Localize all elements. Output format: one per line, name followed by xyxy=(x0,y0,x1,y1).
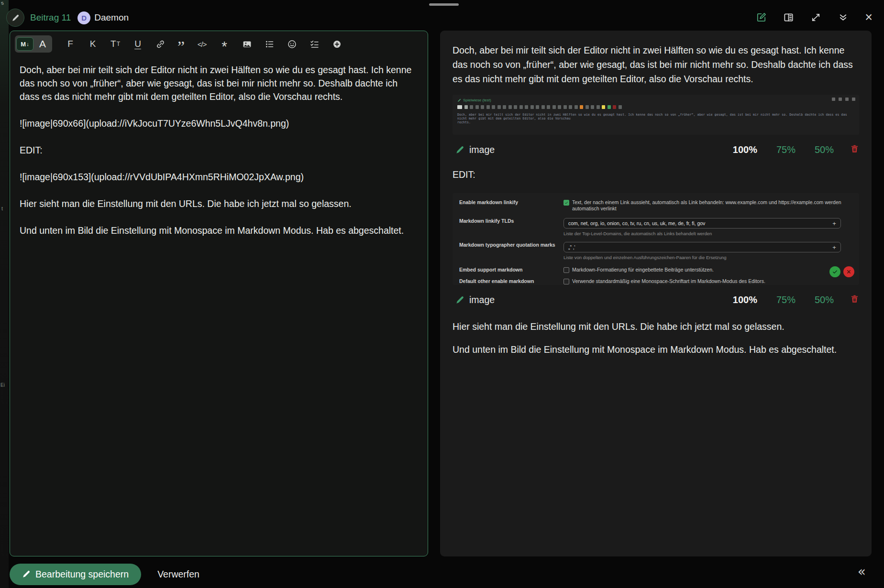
setting-description: Verwende standardmäßig eine Monospace-Sc… xyxy=(572,278,765,284)
confirm-check-icon xyxy=(829,266,840,277)
rich-text-mode-button[interactable]: A xyxy=(34,37,51,51)
background-page-sliver: s t Ei xyxy=(0,0,9,588)
editor-paragraph: Und unten im Bild die Einstellung mit Mo… xyxy=(20,224,418,237)
composer-header-actions: × xyxy=(755,11,873,24)
composer-footer: Bearbeitung speichern Verwerfen « xyxy=(10,562,874,586)
post-edit-composer: s t Ei Beitrag 11 D Daemon × xyxy=(0,0,884,588)
edit-image-caption-button[interactable]: image xyxy=(453,144,497,156)
background-text-fragment: s xyxy=(0,0,4,6)
discard-button[interactable]: Verwerfen xyxy=(155,568,202,580)
composer-drag-handle[interactable] xyxy=(429,3,459,6)
edit-image-caption-button[interactable]: image xyxy=(453,294,497,306)
setting-label: Embed support markdown xyxy=(459,267,558,273)
plus-icon: + xyxy=(832,220,836,227)
checkbox-unchecked-icon xyxy=(564,267,569,273)
scale-100-button[interactable]: 100% xyxy=(730,144,760,156)
blockquote-icon[interactable]: ” xyxy=(175,39,188,50)
setting-input: com, net, org, io, onion, co, tv, ru, cn… xyxy=(564,218,841,229)
pencil-icon xyxy=(22,570,31,578)
pencil-icon xyxy=(455,145,464,154)
editor-paragraph: EDIT: xyxy=(20,143,418,157)
editor-paragraph: Doch, aber bei mir teilt sich der Editor… xyxy=(20,63,418,103)
mini-editor-text: Doch, aber bei mir teilt sich der Editor… xyxy=(457,113,854,124)
setting-label: Default other enable markdown monospace … xyxy=(459,278,558,285)
avatar[interactable]: D xyxy=(77,11,90,24)
setting-save-cancel xyxy=(829,266,854,277)
mini-window-icons xyxy=(832,98,855,101)
bullet-list-icon[interactable] xyxy=(261,37,277,51)
bold-button[interactable]: F xyxy=(62,37,78,51)
more-options-plus-icon[interactable] xyxy=(329,37,345,51)
close-icon[interactable]: × xyxy=(864,11,873,24)
mini-topic-title: Spielwiese (test) xyxy=(457,98,854,102)
post-title-link[interactable]: Beitrag 11 xyxy=(30,12,71,23)
mini-toolbar xyxy=(457,105,854,109)
embedded-image-settings-screenshot: Enable markdown linkify Text, der nach e… xyxy=(453,193,859,285)
save-edit-button[interactable]: Bearbeitung speichern xyxy=(10,564,141,585)
edit-pencil-badge-icon xyxy=(6,9,24,27)
scale-75-button[interactable]: 75% xyxy=(774,294,798,306)
editor-paragraph: Hier sieht man die Einstellung mit den U… xyxy=(20,197,418,210)
edit-mode-icon[interactable] xyxy=(755,11,768,24)
preview-paragraph: Hier sieht man die Einstellung mit den U… xyxy=(453,319,859,334)
pencil-icon xyxy=(455,295,464,305)
checkbox-checked-icon xyxy=(564,200,569,206)
scale-50-button[interactable]: 50% xyxy=(812,294,837,306)
preview-paragraph: Und unten im Bild die Einstellung mit Mo… xyxy=(453,342,859,357)
scale-50-button[interactable]: 50% xyxy=(812,144,837,156)
minimize-chevrons-icon[interactable] xyxy=(837,11,850,24)
setting-label: Enable markdown linkify xyxy=(459,199,558,206)
preview-paragraph: Doch, aber bei mir teilt sich der Editor… xyxy=(453,43,859,86)
setting-hint: Liste von doppelten und einzelnen Ausfüh… xyxy=(564,254,852,261)
composer-textarea[interactable]: Doch, aber bei mir teilt sich der Editor… xyxy=(10,54,428,554)
editor-upload-markdown: ![image|690x66](upload://iVkJocuT7UYze6W… xyxy=(20,117,418,130)
username: Daemon xyxy=(94,12,129,23)
embedded-image-editor-screenshot: Spielwiese (test) Doch, aber bei mir tei… xyxy=(453,95,859,135)
collapse-composer-icon[interactable]: « xyxy=(855,563,869,580)
fullscreen-icon[interactable] xyxy=(809,11,822,24)
scale-100-button[interactable]: 100% xyxy=(730,294,760,306)
emoji-icon[interactable] xyxy=(284,37,300,51)
link-icon[interactable] xyxy=(152,37,168,51)
preview-paragraph: EDIT: xyxy=(453,167,859,182)
setting-label: Markdown linkify TLDs xyxy=(459,218,558,224)
delete-image-icon[interactable] xyxy=(850,144,859,155)
editor-mode-toggle: M↓ A xyxy=(15,35,52,53)
image-controls-row: image 100% 75% 50% xyxy=(453,142,859,158)
underline-button[interactable]: U xyxy=(130,37,146,51)
toggle-preview-icon[interactable] xyxy=(782,11,795,24)
background-text-fragment: Ei xyxy=(0,382,5,388)
composer-editor-pane: M↓ A F K TT U ” </> * xyxy=(10,31,428,556)
delete-image-icon[interactable] xyxy=(850,294,859,305)
code-icon[interactable]: </> xyxy=(194,37,210,51)
image-controls-row: image 100% 75% 50% xyxy=(453,292,859,308)
asterisk-icon[interactable]: * xyxy=(216,37,232,51)
setting-label: Markdown typographer quotation marks xyxy=(459,242,558,248)
scale-75-button[interactable]: 75% xyxy=(774,144,798,156)
composer-preview-pane: Doch, aber bei mir teilt sich der Editor… xyxy=(440,31,872,556)
setting-input: „“ ‚‘ + xyxy=(564,242,841,252)
checklist-icon[interactable] xyxy=(306,37,322,51)
setting-hint: Liste der Top-Level-Domains, die automat… xyxy=(564,230,852,237)
editor-upload-markdown: ![image|690x153](upload://rVVdUbIPA4HXmn… xyxy=(20,170,418,184)
text-size-button[interactable]: TT xyxy=(107,37,123,51)
markdown-mode-button[interactable]: M↓ xyxy=(16,37,33,51)
checkbox-unchecked-icon xyxy=(564,279,569,284)
upload-image-icon[interactable] xyxy=(239,37,255,51)
composer-header: Beitrag 11 D Daemon xyxy=(6,8,129,27)
setting-description: Text, der nach einem Link aussieht, auto… xyxy=(572,199,852,212)
editor-toolbar: M↓ A F K TT U ” </> * xyxy=(10,31,428,54)
cancel-x-icon xyxy=(843,266,854,277)
plus-icon: + xyxy=(832,244,836,250)
italic-button[interactable]: K xyxy=(85,37,101,51)
background-text-fragment: t xyxy=(1,206,3,211)
pencil-icon xyxy=(457,98,461,102)
setting-description: Markdown-Formatierung für eingebettete B… xyxy=(572,267,714,273)
